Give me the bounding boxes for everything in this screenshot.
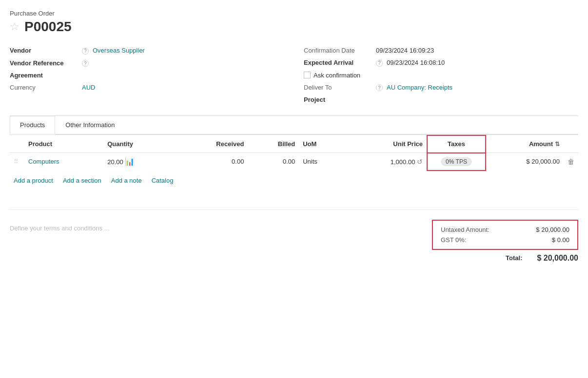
expected-arrival-help-icon[interactable]: ? bbox=[376, 60, 383, 67]
drag-handle-icon[interactable]: ⠿ bbox=[14, 158, 19, 165]
terms-section[interactable]: Define your terms and conditions ... bbox=[10, 220, 422, 237]
col-uom: UoM bbox=[299, 135, 344, 153]
ask-confirmation-checkbox[interactable] bbox=[304, 72, 311, 78]
tab-other-info[interactable]: Other Information bbox=[55, 116, 125, 134]
col-unit-price: Unit Price bbox=[344, 135, 427, 153]
table-row: ⠿ Computers 20.00 📊 0.00 0.00 bbox=[10, 153, 578, 170]
confirmation-date-value: 09/23/2024 16:09:23 bbox=[376, 47, 434, 54]
products-table: Product Quantity Received Billed UoM Uni… bbox=[10, 135, 578, 171]
deliver-to-label: Deliver To bbox=[304, 84, 372, 91]
untaxed-label: Untaxed Amount: bbox=[441, 226, 490, 233]
page-label: Purchase Order bbox=[10, 10, 578, 17]
col-received: Received bbox=[175, 135, 248, 153]
vendor-help-icon[interactable]: ? bbox=[82, 48, 89, 55]
expected-arrival-value: 09/23/2024 16:08:10 bbox=[387, 59, 445, 66]
vendor-label: Vendor bbox=[10, 47, 78, 54]
currency-label: Currency bbox=[10, 84, 78, 91]
col-billed: Billed bbox=[248, 135, 299, 153]
deliver-to-help-icon[interactable]: ? bbox=[376, 84, 383, 91]
catalog-link[interactable]: Catalog bbox=[152, 177, 174, 184]
uom-value[interactable]: Units bbox=[303, 158, 317, 165]
total-label: Total: bbox=[506, 254, 522, 262]
add-note-link[interactable]: Add a note bbox=[111, 177, 142, 184]
confirmation-date-label: Confirmation Date bbox=[304, 47, 372, 54]
delete-row-icon[interactable]: 🗑 bbox=[568, 158, 574, 166]
po-number: P00025 bbox=[24, 19, 72, 35]
untaxed-amount-row: Untaxed Amount: $ 20,000.00 bbox=[441, 225, 569, 235]
summary-wrapper: Untaxed Amount: $ 20,000.00 GST 0%: $ 0.… bbox=[422, 220, 578, 263]
terms-placeholder: Define your terms and conditions ... bbox=[10, 225, 110, 232]
gst-row: GST 0%: $ 0.00 bbox=[441, 235, 569, 245]
expected-arrival-label: Expected Arrival bbox=[304, 59, 372, 66]
sort-icon[interactable]: ⇅ bbox=[555, 141, 560, 148]
col-quantity: Quantity bbox=[103, 135, 175, 153]
col-taxes: Taxes bbox=[427, 135, 486, 153]
forecast-chart-icon[interactable]: 📊 bbox=[125, 157, 135, 166]
ask-confirmation-label: Ask confirmation bbox=[314, 72, 360, 79]
add-section-link[interactable]: Add a section bbox=[63, 177, 101, 184]
deliver-to-value[interactable]: AU Company: Receipts bbox=[387, 84, 452, 91]
add-product-link[interactable]: Add a product bbox=[14, 177, 53, 184]
billed-value: 0.00 bbox=[283, 158, 295, 165]
amount-value: $ 20,000.00 bbox=[526, 158, 560, 165]
quantity-value[interactable]: 20.00 bbox=[107, 158, 123, 166]
gst-label: GST 0%: bbox=[441, 236, 467, 244]
tabs-container: Products Other Information bbox=[10, 116, 578, 134]
untaxed-value: $ 20,000.00 bbox=[536, 226, 569, 233]
col-product: Product bbox=[24, 135, 103, 153]
received-value: 0.00 bbox=[232, 158, 244, 165]
agreement-label: Agreement bbox=[10, 72, 78, 79]
currency-value[interactable]: AUD bbox=[82, 84, 95, 91]
reset-price-icon[interactable]: ↺ bbox=[417, 158, 423, 166]
product-name[interactable]: Computers bbox=[28, 158, 59, 165]
add-links-row: Add a product Add a section Add a note C… bbox=[10, 171, 578, 190]
total-value: $ 20,000.00 bbox=[537, 254, 578, 263]
unit-price-value[interactable]: 1,000.00 bbox=[391, 158, 415, 166]
project-label: Project bbox=[304, 96, 372, 103]
amount-label: Amount bbox=[529, 140, 553, 148]
favorite-star-icon[interactable]: ☆ bbox=[10, 20, 20, 33]
tax-badge[interactable]: 0% TPS bbox=[441, 157, 472, 166]
gst-value: $ 0.00 bbox=[552, 236, 569, 244]
vendor-ref-help-icon[interactable]: ? bbox=[82, 60, 89, 67]
tab-products[interactable]: Products bbox=[10, 116, 55, 134]
vendor-value[interactable]: Overseas Supplier bbox=[93, 47, 145, 54]
col-amount: Amount ⇅ bbox=[486, 135, 564, 153]
vendor-ref-label: Vendor Reference bbox=[10, 59, 78, 67]
products-table-section: Product Quantity Received Billed UoM Uni… bbox=[10, 134, 578, 190]
